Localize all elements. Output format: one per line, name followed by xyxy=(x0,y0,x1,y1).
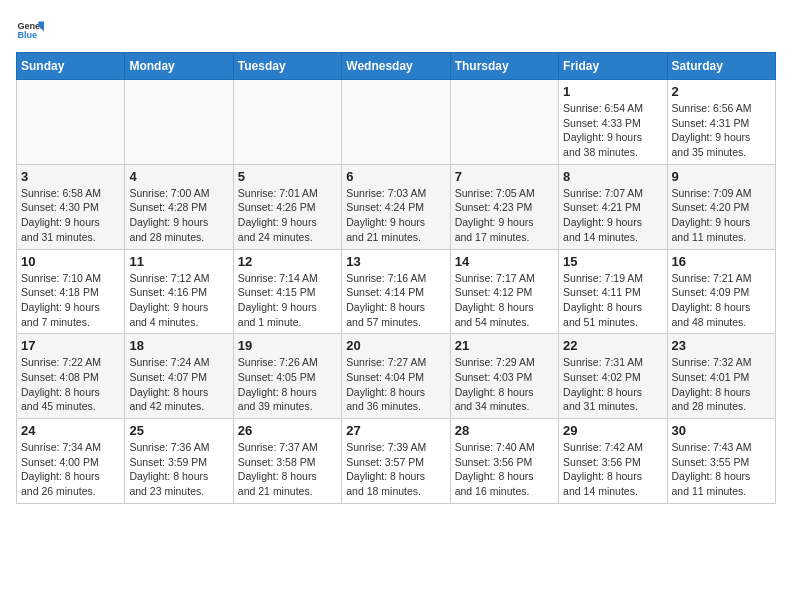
day-info: Sunrise: 7:05 AM Sunset: 4:23 PM Dayligh… xyxy=(455,186,554,245)
day-info: Sunrise: 7:32 AM Sunset: 4:01 PM Dayligh… xyxy=(672,355,771,414)
header-friday: Friday xyxy=(559,53,667,80)
day-info: Sunrise: 7:12 AM Sunset: 4:16 PM Dayligh… xyxy=(129,271,228,330)
day-number: 7 xyxy=(455,169,554,184)
header-saturday: Saturday xyxy=(667,53,775,80)
day-info: Sunrise: 7:37 AM Sunset: 3:58 PM Dayligh… xyxy=(238,440,337,499)
calendar-cell: 17Sunrise: 7:22 AM Sunset: 4:08 PM Dayli… xyxy=(17,334,125,419)
day-info: Sunrise: 7:03 AM Sunset: 4:24 PM Dayligh… xyxy=(346,186,445,245)
calendar-cell: 9Sunrise: 7:09 AM Sunset: 4:20 PM Daylig… xyxy=(667,164,775,249)
calendar-cell: 15Sunrise: 7:19 AM Sunset: 4:11 PM Dayli… xyxy=(559,249,667,334)
logo-icon: General Blue xyxy=(16,16,44,44)
day-number: 6 xyxy=(346,169,445,184)
calendar-cell: 24Sunrise: 7:34 AM Sunset: 4:00 PM Dayli… xyxy=(17,419,125,504)
calendar-cell: 5Sunrise: 7:01 AM Sunset: 4:26 PM Daylig… xyxy=(233,164,341,249)
day-info: Sunrise: 7:40 AM Sunset: 3:56 PM Dayligh… xyxy=(455,440,554,499)
day-info: Sunrise: 7:14 AM Sunset: 4:15 PM Dayligh… xyxy=(238,271,337,330)
day-info: Sunrise: 7:29 AM Sunset: 4:03 PM Dayligh… xyxy=(455,355,554,414)
day-number: 8 xyxy=(563,169,662,184)
day-number: 5 xyxy=(238,169,337,184)
header-tuesday: Tuesday xyxy=(233,53,341,80)
calendar-cell: 19Sunrise: 7:26 AM Sunset: 4:05 PM Dayli… xyxy=(233,334,341,419)
calendar-week-row: 17Sunrise: 7:22 AM Sunset: 4:08 PM Dayli… xyxy=(17,334,776,419)
day-number: 12 xyxy=(238,254,337,269)
logo: General Blue xyxy=(16,16,44,44)
calendar-cell: 7Sunrise: 7:05 AM Sunset: 4:23 PM Daylig… xyxy=(450,164,558,249)
day-number: 3 xyxy=(21,169,120,184)
day-number: 18 xyxy=(129,338,228,353)
day-info: Sunrise: 7:42 AM Sunset: 3:56 PM Dayligh… xyxy=(563,440,662,499)
day-number: 29 xyxy=(563,423,662,438)
calendar-header-row: SundayMondayTuesdayWednesdayThursdayFrid… xyxy=(17,53,776,80)
day-number: 28 xyxy=(455,423,554,438)
calendar-cell: 11Sunrise: 7:12 AM Sunset: 4:16 PM Dayli… xyxy=(125,249,233,334)
day-info: Sunrise: 7:16 AM Sunset: 4:14 PM Dayligh… xyxy=(346,271,445,330)
day-number: 16 xyxy=(672,254,771,269)
day-info: Sunrise: 7:31 AM Sunset: 4:02 PM Dayligh… xyxy=(563,355,662,414)
day-number: 17 xyxy=(21,338,120,353)
day-number: 15 xyxy=(563,254,662,269)
calendar-cell: 30Sunrise: 7:43 AM Sunset: 3:55 PM Dayli… xyxy=(667,419,775,504)
calendar-cell: 2Sunrise: 6:56 AM Sunset: 4:31 PM Daylig… xyxy=(667,80,775,165)
day-info: Sunrise: 7:22 AM Sunset: 4:08 PM Dayligh… xyxy=(21,355,120,414)
calendar-cell: 28Sunrise: 7:40 AM Sunset: 3:56 PM Dayli… xyxy=(450,419,558,504)
calendar-cell: 22Sunrise: 7:31 AM Sunset: 4:02 PM Dayli… xyxy=(559,334,667,419)
day-info: Sunrise: 7:26 AM Sunset: 4:05 PM Dayligh… xyxy=(238,355,337,414)
day-info: Sunrise: 7:24 AM Sunset: 4:07 PM Dayligh… xyxy=(129,355,228,414)
day-number: 11 xyxy=(129,254,228,269)
calendar-cell: 13Sunrise: 7:16 AM Sunset: 4:14 PM Dayli… xyxy=(342,249,450,334)
calendar-cell: 16Sunrise: 7:21 AM Sunset: 4:09 PM Dayli… xyxy=(667,249,775,334)
day-info: Sunrise: 7:17 AM Sunset: 4:12 PM Dayligh… xyxy=(455,271,554,330)
calendar-week-row: 24Sunrise: 7:34 AM Sunset: 4:00 PM Dayli… xyxy=(17,419,776,504)
calendar-cell: 3Sunrise: 6:58 AM Sunset: 4:30 PM Daylig… xyxy=(17,164,125,249)
day-number: 9 xyxy=(672,169,771,184)
day-number: 30 xyxy=(672,423,771,438)
day-number: 4 xyxy=(129,169,228,184)
day-info: Sunrise: 7:39 AM Sunset: 3:57 PM Dayligh… xyxy=(346,440,445,499)
day-number: 14 xyxy=(455,254,554,269)
day-number: 25 xyxy=(129,423,228,438)
day-info: Sunrise: 6:56 AM Sunset: 4:31 PM Dayligh… xyxy=(672,101,771,160)
day-info: Sunrise: 7:19 AM Sunset: 4:11 PM Dayligh… xyxy=(563,271,662,330)
day-number: 22 xyxy=(563,338,662,353)
day-number: 26 xyxy=(238,423,337,438)
day-info: Sunrise: 7:07 AM Sunset: 4:21 PM Dayligh… xyxy=(563,186,662,245)
calendar-cell: 29Sunrise: 7:42 AM Sunset: 3:56 PM Dayli… xyxy=(559,419,667,504)
day-info: Sunrise: 7:43 AM Sunset: 3:55 PM Dayligh… xyxy=(672,440,771,499)
day-info: Sunrise: 7:10 AM Sunset: 4:18 PM Dayligh… xyxy=(21,271,120,330)
day-info: Sunrise: 6:58 AM Sunset: 4:30 PM Dayligh… xyxy=(21,186,120,245)
day-number: 10 xyxy=(21,254,120,269)
day-info: Sunrise: 7:09 AM Sunset: 4:20 PM Dayligh… xyxy=(672,186,771,245)
calendar-cell: 20Sunrise: 7:27 AM Sunset: 4:04 PM Dayli… xyxy=(342,334,450,419)
calendar-week-row: 3Sunrise: 6:58 AM Sunset: 4:30 PM Daylig… xyxy=(17,164,776,249)
calendar-cell: 26Sunrise: 7:37 AM Sunset: 3:58 PM Dayli… xyxy=(233,419,341,504)
calendar-cell: 12Sunrise: 7:14 AM Sunset: 4:15 PM Dayli… xyxy=(233,249,341,334)
day-info: Sunrise: 7:21 AM Sunset: 4:09 PM Dayligh… xyxy=(672,271,771,330)
calendar-week-row: 10Sunrise: 7:10 AM Sunset: 4:18 PM Dayli… xyxy=(17,249,776,334)
calendar-week-row: 1Sunrise: 6:54 AM Sunset: 4:33 PM Daylig… xyxy=(17,80,776,165)
day-number: 20 xyxy=(346,338,445,353)
calendar-cell: 4Sunrise: 7:00 AM Sunset: 4:28 PM Daylig… xyxy=(125,164,233,249)
calendar-cell xyxy=(342,80,450,165)
day-number: 19 xyxy=(238,338,337,353)
calendar-cell: 8Sunrise: 7:07 AM Sunset: 4:21 PM Daylig… xyxy=(559,164,667,249)
day-number: 13 xyxy=(346,254,445,269)
day-number: 24 xyxy=(21,423,120,438)
day-info: Sunrise: 6:54 AM Sunset: 4:33 PM Dayligh… xyxy=(563,101,662,160)
header-thursday: Thursday xyxy=(450,53,558,80)
page-header: General Blue xyxy=(16,16,776,44)
day-number: 23 xyxy=(672,338,771,353)
calendar-cell: 10Sunrise: 7:10 AM Sunset: 4:18 PM Dayli… xyxy=(17,249,125,334)
header-sunday: Sunday xyxy=(17,53,125,80)
calendar-cell: 27Sunrise: 7:39 AM Sunset: 3:57 PM Dayli… xyxy=(342,419,450,504)
day-info: Sunrise: 7:00 AM Sunset: 4:28 PM Dayligh… xyxy=(129,186,228,245)
calendar-cell: 25Sunrise: 7:36 AM Sunset: 3:59 PM Dayli… xyxy=(125,419,233,504)
calendar-cell: 23Sunrise: 7:32 AM Sunset: 4:01 PM Dayli… xyxy=(667,334,775,419)
header-monday: Monday xyxy=(125,53,233,80)
day-info: Sunrise: 7:01 AM Sunset: 4:26 PM Dayligh… xyxy=(238,186,337,245)
day-info: Sunrise: 7:34 AM Sunset: 4:00 PM Dayligh… xyxy=(21,440,120,499)
calendar-cell: 18Sunrise: 7:24 AM Sunset: 4:07 PM Dayli… xyxy=(125,334,233,419)
day-number: 21 xyxy=(455,338,554,353)
header-wednesday: Wednesday xyxy=(342,53,450,80)
day-number: 1 xyxy=(563,84,662,99)
day-number: 2 xyxy=(672,84,771,99)
